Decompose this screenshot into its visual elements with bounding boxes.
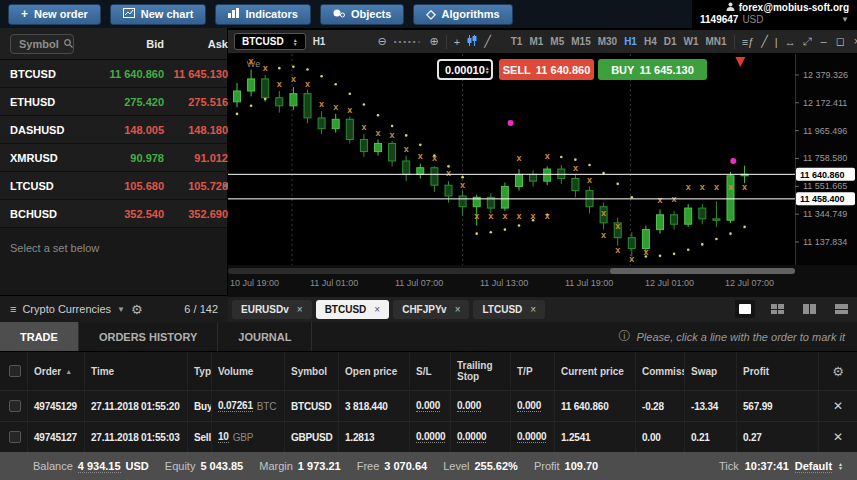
trendline-tool-icon[interactable]: ╱ [761,35,768,48]
horizontal-line-tool-icon[interactable]: ↔ [785,36,796,48]
col-type[interactable]: Type [188,352,212,390]
indicator-list-icon[interactable]: ≡ƒ [742,36,755,48]
objects-label: Objects [351,8,391,20]
timeframe-m15[interactable]: M15 [571,36,590,47]
table-settings-gear-icon[interactable]: ⚙ [832,364,844,379]
row-checkbox[interactable] [9,431,21,443]
indicators-button[interactable]: Indicators [215,4,311,25]
timeframe-t1[interactable]: T1 [511,36,523,47]
chart-tab-eurusd[interactable]: EURUSDv × [232,300,312,319]
watchlist-row[interactable]: XMRUSD 90.978 91.012 [0,144,227,172]
close-icon[interactable]: × [455,304,461,315]
close-icon[interactable]: × [530,304,536,315]
timeframe-d1[interactable]: D1 [664,36,677,47]
order-row[interactable]: 49745129 27.11.2018 01:55:20 Buy 0.07261… [0,390,857,421]
watchlist-row[interactable]: ETHUSD 275.420 275.516 [0,88,227,116]
watchlist-row[interactable]: LTCUSD 105.680 105.728 [0,172,227,200]
col-trailing-stop[interactable]: Trailing Stop [451,352,511,390]
watchlist-row[interactable]: BCHUSD 352.540 352.690 [0,200,227,228]
zoom-in-icon[interactable]: ⊕ [429,35,438,48]
minimize-icon[interactable]: – [821,35,827,48]
row-checkbox[interactable] [9,400,21,412]
order-trailing[interactable]: 0.000 [457,400,481,412]
algorithms-button[interactable]: ◇ Algorithms [413,4,512,25]
order-tp[interactable]: 0.0000 [517,431,546,443]
spinner-icon: ▲▼ [838,462,843,470]
line-type-icon[interactable]: ╱ [484,35,491,48]
equity-item: Equity5 043.85 [165,460,243,472]
chart-tab-ltcusd[interactable]: LTCUSD × [473,300,545,319]
close-order-icon[interactable]: ✕ [833,399,843,413]
tab-trade[interactable]: TRADE [0,322,79,351]
layout-single-icon[interactable] [735,300,755,318]
timeframe-h4[interactable]: H4 [644,36,657,47]
maximize-icon[interactable]: ◻ [836,35,845,48]
col-tp[interactable]: T/P [511,352,555,390]
timeframe-m5[interactable]: M5 [550,36,564,47]
timeframe-m1[interactable]: M1 [529,36,543,47]
account-email: forex@mobius-soft.org [739,2,849,13]
order-tp[interactable]: 0.000 [517,400,541,412]
col-order[interactable]: Order▲ [28,352,85,390]
order-volume-stepper[interactable]: 0.00010 ▲▼ [437,59,493,80]
chart-tab-btcusd[interactable]: BTCUSD × [316,300,390,319]
col-commission[interactable]: Commission [636,352,685,390]
tab-orders-history[interactable]: ORDERS HISTORY [79,322,218,351]
zoom-out-icon[interactable]: ⊖ [377,35,386,48]
watchlist-row[interactable]: DASHUSD 148.005 148.180 [0,116,227,144]
detach-icon[interactable]: ⤢ [803,35,812,48]
new-order-button[interactable]: + New order [8,4,101,25]
layout-rows-icon[interactable] [831,300,851,318]
timeframe-m30[interactable]: M30 [598,36,617,47]
timeframe-h1[interactable]: H1 [624,36,637,47]
crosshair-icon[interactable]: + [454,36,460,48]
col-current-price[interactable]: Current price [555,352,636,390]
gear-icon[interactable]: ⚙ [131,302,143,317]
col-profit[interactable]: Profit [737,352,819,390]
order-trailing[interactable]: 0.0000 [457,431,486,443]
balance-value[interactable]: 4 934.15 [78,460,121,473]
watchlist-row[interactable]: BTCUSD 11 640.860 11 645.130 [0,60,227,88]
close-order-icon[interactable]: ✕ [833,430,843,444]
vertical-line-tool-icon[interactable]: | [775,36,778,48]
close-icon[interactable]: × [374,304,380,315]
tab-journal[interactable]: JOURNAL [218,322,312,351]
col-sl[interactable]: S/L [410,352,451,390]
select-all-checkbox[interactable] [9,365,21,377]
col-open-price[interactable]: Open price [339,352,410,390]
chart-tab-chfjpy[interactable]: CHFJPYv × [393,300,469,319]
volume-unit: GBP [233,432,254,443]
col-volume[interactable]: Volume [212,352,285,390]
timeframe-mn1[interactable]: MN1 [706,36,727,47]
layout-grid-icon[interactable] [767,300,787,318]
objects-button[interactable]: Objects [320,4,404,25]
order-volume[interactable]: 10 [218,431,229,443]
account-selector[interactable]: forex@mobius-soft.org 1149647 USD ▼ [692,0,857,28]
new-chart-label: New chart [141,8,194,20]
chart-symbol-select[interactable]: BTCUSD ▲▼ [234,33,306,50]
ask-column-header[interactable]: Ask [164,38,228,50]
order-volume[interactable]: 0.07261 [218,400,253,412]
symbol-set-selector[interactable]: ≡ Crypto Currencies ▼ ⚙ 6 / 142 [0,295,228,322]
new-chart-button[interactable]: New chart [110,4,207,25]
sell-label: SELL [503,64,531,76]
svg-text:x: x [629,254,634,264]
layout-columns-icon[interactable] [799,300,819,318]
order-sl[interactable]: 0.000 [416,400,440,412]
buy-button[interactable]: BUY 11 645.130 [598,59,707,80]
symbol-search-input[interactable]: Symbol [10,34,74,54]
col-symbol[interactable]: Symbol [285,352,339,390]
bid-column-header[interactable]: Bid [102,38,164,50]
order-row[interactable]: 49745127 27.11.2018 01:55:03 Sell 10GBP … [0,421,857,452]
timeframe-w1[interactable]: W1 [684,36,699,47]
close-icon[interactable]: × [297,304,303,315]
col-swap[interactable]: Swap [685,352,737,390]
svg-text:x: x [319,99,324,109]
col-time[interactable]: Time [85,352,188,390]
profile-selector[interactable]: Default [795,460,832,473]
sell-button[interactable]: SELL 11 640.860 [499,59,594,80]
order-sl[interactable]: 0.0000 [416,431,445,443]
chart-plot-area[interactable]: WeTh12 379.32612 172.41111 965.49611 758… [228,54,857,295]
candlestick-chart[interactable]: WeTh12 379.32612 172.41111 965.49611 758… [228,54,857,297]
candlestick-type-icon[interactable] [467,35,477,48]
